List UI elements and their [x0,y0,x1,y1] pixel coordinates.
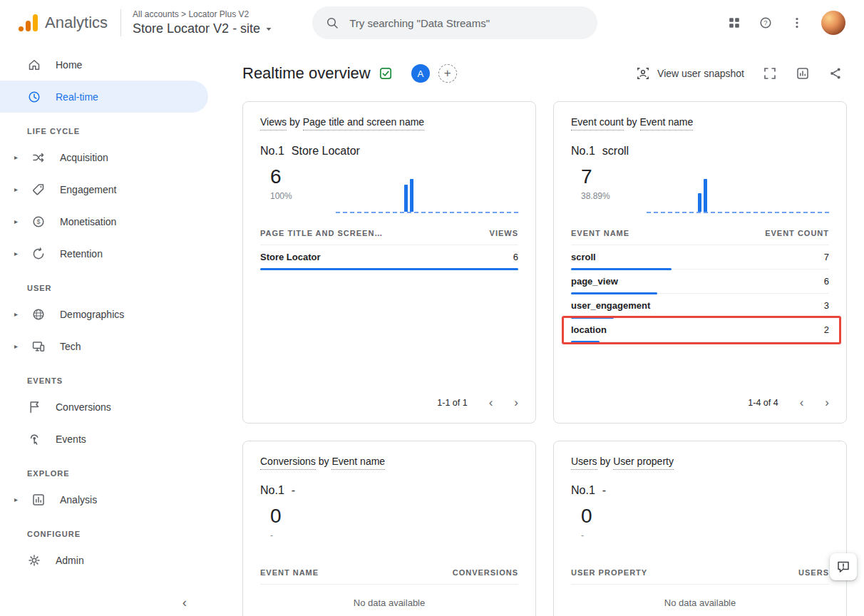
dimension-column-header: USER PROPERTY [571,568,647,577]
share-icon[interactable] [828,66,843,81]
table-row-scroll[interactable]: scroll7 [571,245,829,270]
card-title-part[interactable]: Event name [331,456,385,470]
row-name: scroll [571,252,596,262]
next-page-icon[interactable]: › [825,396,829,410]
collapse-sidebar-button[interactable]: ‹ [182,595,187,610]
metric-block: 6100% [270,166,307,213]
no-data-text: No data available [260,597,518,608]
header-actions: ? [727,11,864,35]
row-value: 7 [824,252,829,262]
search-input[interactable] [349,17,585,29]
sparkline-bar [410,179,413,212]
sidebar-item-acquisition[interactable]: ▸Acquisition [0,141,208,173]
sidebar-item-monetisation[interactable]: ▸$Monetisation [0,205,208,237]
sidebar-item-tech[interactable]: ▸Tech [0,330,208,362]
sidebar-item-admin[interactable]: Admin [0,544,208,576]
no1-label: No.1 [571,145,595,158]
account-property-switcher[interactable]: All accounts > Locator Plus V2 Store Loc… [133,9,272,36]
card-title: Conversions by Event name [260,456,518,467]
sidebar-item-events[interactable]: Events [0,423,208,455]
engagement-icon [31,183,46,197]
sidebar-item-label: Events [56,433,86,445]
card-title-part[interactable]: Users [571,456,597,470]
expand-chevron-icon[interactable]: ▸ [14,217,24,225]
sidebar-item-real-time[interactable]: Real-time [0,81,208,113]
metric-column-header: CONVERSIONS [453,568,518,577]
card-title-part[interactable]: Conversions [260,456,316,470]
card-title-part[interactable]: Page title and screen name [303,116,424,130]
comparison-chip[interactable]: A [411,64,430,83]
analytics-home-link[interactable]: Analytics [0,14,108,32]
app-name: Analytics [45,14,108,32]
sidebar-item-retention[interactable]: ▸Retention [0,237,208,270]
add-comparison-button[interactable]: + [438,64,457,83]
metric-block: 738.89% [581,166,618,213]
apps-grid-icon[interactable] [727,16,741,30]
metric-row: 6100% [260,166,518,213]
expand-chevron-icon[interactable]: ▸ [14,496,24,503]
customize-report-icon[interactable] [796,66,810,81]
expand-chevron-icon[interactable]: ▸ [14,310,24,318]
expand-chevron-icon[interactable]: ▸ [14,153,24,161]
cards-grid: Views by Page title and screen nameNo.1S… [242,101,847,616]
help-icon[interactable]: ? [758,16,773,30]
card-title-part[interactable]: Event name [640,116,694,130]
analytics-app: Analytics All accounts > Locator Plus V2… [0,0,864,616]
expand-chevron-icon[interactable]: ▸ [14,250,24,257]
search-bar[interactable] [312,6,597,39]
metric-value: 7 [581,166,618,188]
card-event-count-by-event-name: Event count by Event nameNo.1scroll738.8… [553,101,847,423]
realtime-sparkline [647,173,829,213]
fullscreen-icon[interactable] [763,66,777,81]
no1-label: No.1 [260,145,284,158]
more-options-icon[interactable] [790,16,804,30]
metric-column-header: VIEWS [490,229,518,237]
table-header: USER PROPERTYUSERS [571,564,829,585]
metric-row: 738.89% [571,166,829,213]
table-header: EVENT NAMECONVERSIONS [260,564,518,585]
logo-bar-tall [33,14,38,31]
header-divider [120,9,121,36]
app-header: Analytics All accounts > Locator Plus V2… [0,0,864,46]
sidebar-item-demographics[interactable]: ▸Demographics [0,298,208,330]
card-title-part[interactable]: Event count [571,116,624,130]
table-row-page-view[interactable]: page_view6 [571,270,829,294]
row-value: 6 [513,252,518,262]
card-title-part[interactable]: User property [613,456,674,470]
property-name: Store Locator V2 - site [133,21,260,36]
sidebar-item-home[interactable]: Home [0,48,208,81]
view-user-snapshot-button[interactable]: View user snapshot [636,66,744,81]
main-content: Realtime overview A + View user snapshot… [208,46,864,616]
home-icon [27,58,41,72]
sidebar-item-engagement[interactable]: ▸Engagement [0,173,208,205]
no1-value: Store Locator [292,145,360,158]
sidebar-item-conversions[interactable]: Conversions [0,391,208,423]
row-value: 2 [824,324,829,335]
avatar[interactable] [821,11,845,35]
monetisation-icon: $ [31,215,46,229]
analysis-icon [31,493,46,507]
table-row-user-engagement[interactable]: user_engagement3 [571,294,829,318]
pagination-label: 1-4 of 4 [748,398,778,408]
sidebar-item-analysis[interactable]: ▸Analysis [0,483,208,515]
top-item-row: No.1- [260,484,518,497]
prev-page-icon[interactable]: ‹ [489,396,493,410]
card-title: Users by User property [571,456,829,467]
expand-chevron-icon[interactable]: ▸ [14,185,24,193]
metric-percent: 38.89% [581,191,618,201]
no-data-text: No data available [571,597,829,608]
card-title-part[interactable]: Views [260,116,287,130]
user-snapshot-icon [636,66,650,81]
top-item-row: No.1Store Locator [260,145,518,158]
expand-chevron-icon[interactable]: ▸ [14,342,24,350]
sidebar-item-label: Retention [60,248,103,260]
metric-block: 0- [270,505,307,553]
prev-page-icon[interactable]: ‹ [800,396,804,410]
table-row-store-locator[interactable]: Store Locator6 [260,245,518,270]
row-value: 3 [824,300,829,311]
table-row-location[interactable]: location2 [571,318,829,342]
metric-percent: 100% [270,191,307,201]
row-name: Store Locator [260,252,321,262]
next-page-icon[interactable]: › [514,396,518,410]
feedback-button[interactable] [830,553,857,580]
